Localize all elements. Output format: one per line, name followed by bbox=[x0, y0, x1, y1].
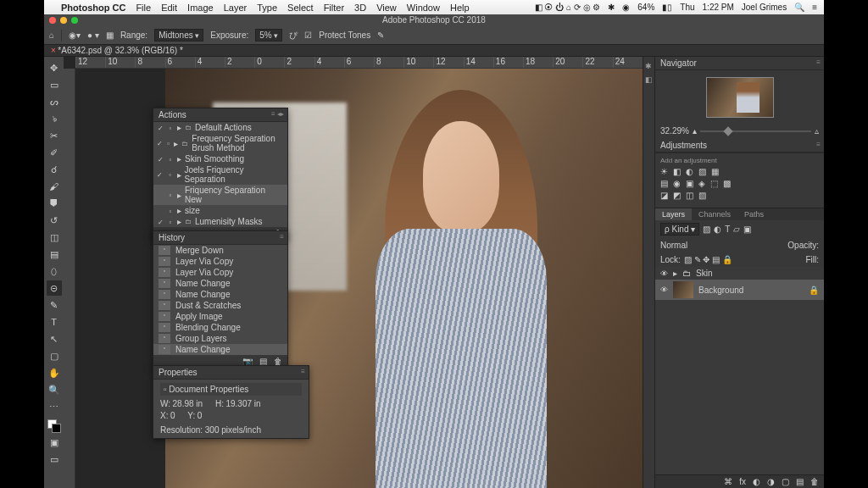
menu-select[interactable]: Select bbox=[287, 3, 314, 13]
menu-file[interactable]: File bbox=[136, 3, 151, 13]
tab-channels[interactable]: Channels bbox=[692, 208, 737, 220]
history-panel[interactable]: History≡ ▫Merge Down▫Layer Via Copy▫Laye… bbox=[153, 230, 288, 368]
brush-tool[interactable]: 🖌 bbox=[47, 179, 62, 194]
menu-filter[interactable]: Filter bbox=[324, 3, 344, 13]
zoom-slider[interactable] bbox=[700, 130, 811, 132]
traffic-lights[interactable] bbox=[49, 17, 78, 24]
marquee-tool[interactable]: ▭ bbox=[47, 77, 62, 92]
tool-preset-icon[interactable]: ◉▾ bbox=[69, 30, 81, 40]
layer-group-skin[interactable]: 👁 ▸ 🗀 Skin bbox=[655, 267, 824, 280]
new-snapshot-icon[interactable]: ▤ bbox=[259, 357, 267, 366]
menu-3d[interactable]: 3D bbox=[354, 3, 366, 13]
zoom-in-icon[interactable]: ▵ bbox=[815, 126, 819, 136]
menu-help[interactable]: Help bbox=[450, 3, 470, 13]
adjustments-row2[interactable]: ▤◉▣◈⬚▩ bbox=[660, 179, 819, 188]
filter-adj-icon[interactable]: ◐ bbox=[714, 225, 721, 234]
pressure-icon[interactable]: ✎ bbox=[377, 30, 384, 40]
delete-icon[interactable]: 🗑 bbox=[810, 477, 819, 486]
camera-icon[interactable]: 📷 bbox=[242, 357, 253, 366]
history-item[interactable]: ▫Name Change bbox=[153, 289, 287, 300]
hand-tool[interactable]: ✋ bbox=[47, 365, 62, 380]
notifications-icon[interactable]: ≡ bbox=[812, 3, 817, 12]
type-tool[interactable]: T bbox=[47, 314, 62, 330]
canvas[interactable]: 12108642024681012141618202224 Actions≡ ◂… bbox=[64, 57, 643, 488]
protect-checkbox[interactable]: ☑ bbox=[304, 30, 312, 40]
filter-type-icon[interactable]: T bbox=[725, 225, 730, 234]
menu-view[interactable]: View bbox=[376, 3, 397, 13]
action-item[interactable]: ▫▸size bbox=[153, 205, 287, 216]
tab-layers[interactable]: Layers bbox=[655, 208, 692, 220]
filter-shape-icon[interactable]: ▱ bbox=[733, 225, 740, 234]
app-menu[interactable]: Photoshop CC bbox=[61, 3, 125, 13]
history-item[interactable]: ▫Group Layers bbox=[153, 333, 287, 344]
action-item[interactable]: ✓▫▸Joels Friquency Separation bbox=[153, 164, 287, 185]
document-tab[interactable]: × *A6342.psd @ 32.3% (RGB/16) * bbox=[44, 45, 824, 57]
layer-thumbnail[interactable] bbox=[673, 281, 693, 298]
history-item[interactable]: ▫Blending Change bbox=[153, 322, 287, 333]
history-item[interactable]: ▫Dust & Scratches bbox=[153, 300, 287, 311]
quick-mask[interactable]: ▣ bbox=[47, 435, 62, 450]
brush-preview-icon[interactable]: ● ▾ bbox=[87, 30, 99, 40]
history-item[interactable]: ▫Name Change bbox=[153, 278, 287, 289]
fx-icon[interactable]: fx bbox=[739, 477, 746, 486]
collapsed-icon[interactable]: ◧ bbox=[645, 75, 654, 84]
collapsed-panels[interactable]: ✱ ◧ bbox=[643, 57, 654, 488]
expand-icon[interactable]: ▸ bbox=[673, 269, 677, 278]
eraser-tool[interactable]: ◫ bbox=[47, 230, 62, 245]
adj-layer-icon[interactable]: ◑ bbox=[767, 477, 775, 486]
color-swatches[interactable] bbox=[47, 419, 61, 433]
blur-tool[interactable]: ⬯ bbox=[47, 263, 62, 279]
lock-icons[interactable]: ▨ ✎ ✥ ▤ 🔒 bbox=[684, 255, 732, 264]
visibility-icon[interactable]: 👁 bbox=[660, 269, 668, 278]
home-icon[interactable]: ⌂ bbox=[49, 30, 54, 40]
range-dropdown[interactable]: Midtones ▾ bbox=[154, 29, 203, 42]
layer-kind-dropdown[interactable]: ρ Kind ▾ bbox=[660, 223, 699, 236]
history-item[interactable]: ▫Apply Image bbox=[153, 311, 287, 322]
visibility-icon[interactable]: 👁 bbox=[660, 286, 668, 294]
properties-panel[interactable]: Properties≡ ▫ Document Properties W: 28.… bbox=[153, 365, 309, 439]
layer-background[interactable]: 👁 Background 🔒 bbox=[655, 280, 824, 300]
spotlight-icon[interactable]: 🔍 bbox=[794, 3, 804, 12]
history-item[interactable]: ▫Layer Via Copy bbox=[153, 256, 287, 267]
blend-mode[interactable]: Normal bbox=[660, 241, 687, 250]
stamp-tool[interactable]: ⛊ bbox=[47, 196, 62, 211]
exposure-field[interactable]: 5% ▾ bbox=[255, 29, 282, 42]
more-tool[interactable]: ⋯ bbox=[47, 399, 62, 414]
panel-menu-icon[interactable]: ≡ ◂▸ bbox=[271, 110, 284, 118]
link-icon[interactable]: ⌘ bbox=[724, 477, 732, 486]
action-item[interactable]: ✓▫▸🗀Lumenisity Masks bbox=[153, 216, 287, 227]
zoom-value[interactable]: 32.29% bbox=[660, 126, 689, 136]
menu-edit[interactable]: Edit bbox=[161, 3, 177, 13]
history-item[interactable]: ▫Layer Via Copy bbox=[153, 267, 287, 278]
action-item[interactable]: ✓▫▸🗀Default Actions bbox=[153, 122, 287, 133]
action-item[interactable]: ✓▫▸🗀Frequency Separation Brush Method bbox=[153, 133, 287, 153]
menu-image[interactable]: Image bbox=[187, 3, 214, 13]
group-icon[interactable]: ▢ bbox=[782, 477, 789, 486]
dodge-tool[interactable]: ⊝ bbox=[47, 280, 62, 296]
filter-smart-icon[interactable]: ▣ bbox=[743, 225, 751, 234]
airbrush-icon[interactable]: ぴ bbox=[289, 30, 298, 42]
menu-type[interactable]: Type bbox=[257, 3, 277, 13]
lock-icon[interactable]: 🔒 bbox=[809, 286, 819, 295]
new-layer-icon[interactable]: ▤ bbox=[796, 477, 804, 486]
crop-tool[interactable]: ✂ bbox=[47, 128, 62, 143]
filter-pixel-icon[interactable]: ▨ bbox=[703, 225, 710, 234]
layer-name[interactable]: Skin bbox=[696, 269, 712, 278]
navigator-thumbnail[interactable] bbox=[706, 77, 774, 118]
zoom-tool[interactable]: 🔍 bbox=[47, 382, 62, 397]
actions-panel[interactable]: Actions≡ ◂▸ ✓▫▸🗀Default Actions✓▫▸🗀Frequ… bbox=[153, 108, 288, 240]
tab-paths[interactable]: Paths bbox=[737, 208, 771, 220]
history-item[interactable]: ▫Merge Down bbox=[153, 245, 287, 256]
collapsed-icon[interactable]: ✱ bbox=[645, 62, 654, 70]
move-tool[interactable]: ✥ bbox=[47, 60, 62, 75]
menu-window[interactable]: Window bbox=[407, 3, 440, 13]
pen-tool[interactable]: ✎ bbox=[47, 297, 62, 313]
gradient-tool[interactable]: ▤ bbox=[47, 247, 62, 262]
lasso-tool[interactable]: ᔕ bbox=[47, 94, 62, 109]
screen-mode[interactable]: ▭ bbox=[47, 452, 62, 467]
zoom-out-icon[interactable]: ▴ bbox=[693, 126, 697, 136]
history-brush-tool[interactable]: ↺ bbox=[47, 213, 62, 228]
healing-tool[interactable]: ☌ bbox=[47, 162, 62, 177]
eyedropper-tool[interactable]: ✐ bbox=[47, 145, 62, 160]
layer-name[interactable]: Background bbox=[698, 286, 743, 295]
